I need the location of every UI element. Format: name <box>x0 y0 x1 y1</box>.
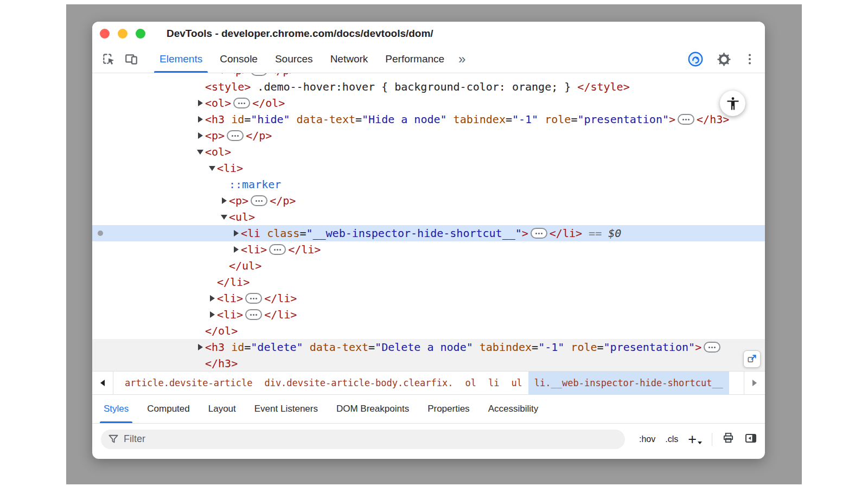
collapse-arrow-icon[interactable] <box>220 209 229 225</box>
expand-children-icon[interactable] <box>251 73 267 76</box>
customize-devtools-menu-icon[interactable] <box>744 52 755 66</box>
expand-children-icon[interactable] <box>251 195 267 206</box>
arrow-spacer <box>220 258 229 274</box>
accessibility-person-icon <box>725 96 741 111</box>
print-emulation-icon[interactable] <box>722 432 735 446</box>
expand-arrow-icon[interactable] <box>232 241 241 258</box>
scroll-into-view-icon[interactable] <box>743 350 761 368</box>
dom-tree-row[interactable]: </h3> <box>92 355 765 371</box>
settings-gear-icon[interactable] <box>716 52 731 67</box>
tab-sources[interactable]: Sources <box>266 46 322 73</box>
collapse-arrow-icon[interactable] <box>196 144 205 160</box>
window-title: DevTools - developer.chrome.com/docs/dev… <box>167 28 433 40</box>
arrow-spacer <box>208 274 217 290</box>
sidebar-tab-event-listeners[interactable]: Event Listeners <box>245 395 327 423</box>
toggle-device-toolbar-icon[interactable] <box>124 52 139 67</box>
dom-tree-row[interactable]: </li> <box>92 274 765 290</box>
expand-arrow-icon[interactable] <box>220 193 229 209</box>
toggle-element-state-button[interactable]: :hov <box>639 434 655 444</box>
styles-toolbar-buttons: :hov .cls + <box>639 432 757 447</box>
breadcrumb-item[interactable]: ul <box>505 372 528 394</box>
syntax-token-t: > <box>522 227 528 240</box>
more-tabs-icon[interactable]: » <box>453 53 471 66</box>
collapse-arrow-icon[interactable] <box>208 160 217 176</box>
expand-arrow-icon[interactable] <box>232 225 241 241</box>
syntax-token-p: = <box>244 113 251 126</box>
breadcrumb-item[interactable]: article.devsite-article <box>119 372 258 394</box>
syntax-token-t: <ol> <box>205 145 231 158</box>
elements-dom-tree[interactable]: <p></p><style> .demo--hover:hover { back… <box>92 73 765 371</box>
element-classes-button[interactable]: .cls <box>665 434 678 444</box>
expand-arrow-icon[interactable] <box>196 339 205 355</box>
dom-tree-row[interactable]: <h3 id="hide" data-text="Hide a node" ta… <box>92 111 765 127</box>
syntax-token-t: </ol> <box>205 324 238 337</box>
breadcrumb-item-selected[interactable]: li.__web-inspector-hide-shortcut__ <box>528 372 729 394</box>
syntax-token-t: <li> <box>217 162 243 175</box>
sidebar-tab-layout[interactable]: Layout <box>199 395 245 423</box>
expand-children-icon[interactable] <box>269 244 286 255</box>
dom-tree-row[interactable]: </ol> <box>92 323 765 339</box>
expand-children-icon[interactable] <box>245 309 262 320</box>
inspect-element-icon[interactable] <box>101 52 116 67</box>
expand-arrow-icon[interactable] <box>196 111 205 127</box>
dom-tree-row[interactable]: <li></li> <box>92 306 765 323</box>
tab-elements[interactable]: Elements <box>151 46 211 73</box>
dom-tree-row[interactable]: <ol> <box>92 144 765 160</box>
dom-tree-row[interactable]: <li> <box>92 160 765 176</box>
dom-tree-row[interactable]: <h3 id="delete" data-text="Delete a node… <box>92 339 765 355</box>
expand-children-icon[interactable] <box>245 293 262 304</box>
close-window-button[interactable] <box>100 29 110 39</box>
breadcrumb-item[interactable]: ol <box>459 372 482 394</box>
expand-children-icon[interactable] <box>704 342 720 353</box>
tab-console[interactable]: Console <box>211 46 266 73</box>
accessibility-overlay-button[interactable] <box>720 91 745 116</box>
devtools-panel-tabs: ElementsConsoleSourcesNetworkPerformance <box>151 46 453 73</box>
minimize-window-button[interactable] <box>118 29 127 39</box>
dom-tree-row[interactable]: </ul> <box>92 258 765 274</box>
expand-arrow-icon[interactable] <box>220 73 229 79</box>
syntax-token-t: <li> <box>217 292 243 305</box>
dom-tree-row[interactable]: <li></li> <box>92 290 765 306</box>
screencast-icon[interactable] <box>688 52 703 67</box>
syntax-token-v: "-1" <box>538 341 564 354</box>
syntax-token-v: "-1" <box>512 113 538 126</box>
sidebar-tab-dom-breakpoints[interactable]: DOM Breakpoints <box>327 395 418 423</box>
expand-arrow-icon[interactable] <box>208 306 217 323</box>
dom-tree-row[interactable]: <p></p> <box>92 193 765 209</box>
styles-filter-input[interactable]: Filter <box>101 430 625 449</box>
dom-tree-row[interactable]: <li></li> <box>92 241 765 258</box>
new-style-rule-button[interactable]: + <box>688 433 702 445</box>
sidebar-tab-accessibility[interactable]: Accessibility <box>479 395 548 423</box>
arrow-spacer <box>196 355 205 371</box>
expand-arrow-icon[interactable] <box>208 290 217 306</box>
expand-children-icon[interactable] <box>227 130 244 141</box>
syntax-token-t: <li <box>241 227 260 240</box>
sidebar-tab-properties[interactable]: Properties <box>418 395 478 423</box>
breadcrumb-item[interactable]: li <box>482 372 505 394</box>
zoom-window-button[interactable] <box>136 29 145 39</box>
tab-network[interactable]: Network <box>322 46 377 73</box>
expand-arrow-icon[interactable] <box>196 95 205 111</box>
breadcrumb-scroll-left-icon[interactable] <box>92 372 113 394</box>
syntax-token-p: = <box>506 113 512 126</box>
syntax-token-a: id <box>225 341 244 354</box>
expand-children-icon[interactable] <box>233 98 250 108</box>
dom-tree-row[interactable]: ::marker <box>92 176 765 193</box>
tab-performance[interactable]: Performance <box>376 46 453 73</box>
dom-tree-row[interactable]: <ul> <box>92 209 765 225</box>
toggle-sidebar-icon[interactable] <box>744 432 757 447</box>
expand-arrow-icon[interactable] <box>196 127 205 144</box>
dom-tree-row-selected[interactable]: <li class="__web-inspector-hide-shortcut… <box>92 225 765 241</box>
sidebar-tab-computed[interactable]: Computed <box>138 395 199 423</box>
dom-tree-row[interactable]: <p></p> <box>92 127 765 144</box>
syntax-token-t: </h3> <box>697 113 729 126</box>
breadcrumb-scroll-right-icon[interactable] <box>744 372 765 394</box>
breadcrumb-item[interactable]: div.devsite-article-body.clearfix. <box>258 372 459 394</box>
dom-tree-row[interactable]: <p></p> <box>92 73 765 79</box>
dom-tree-row[interactable]: <ol></ol> <box>92 95 765 111</box>
dom-tree-row[interactable]: <style> .demo--hover:hover { background-… <box>92 79 765 95</box>
syntax-token-v: "hide" <box>251 113 290 126</box>
expand-children-icon[interactable] <box>678 114 694 125</box>
sidebar-tab-styles[interactable]: Styles <box>94 395 138 423</box>
expand-children-icon[interactable] <box>531 228 547 239</box>
